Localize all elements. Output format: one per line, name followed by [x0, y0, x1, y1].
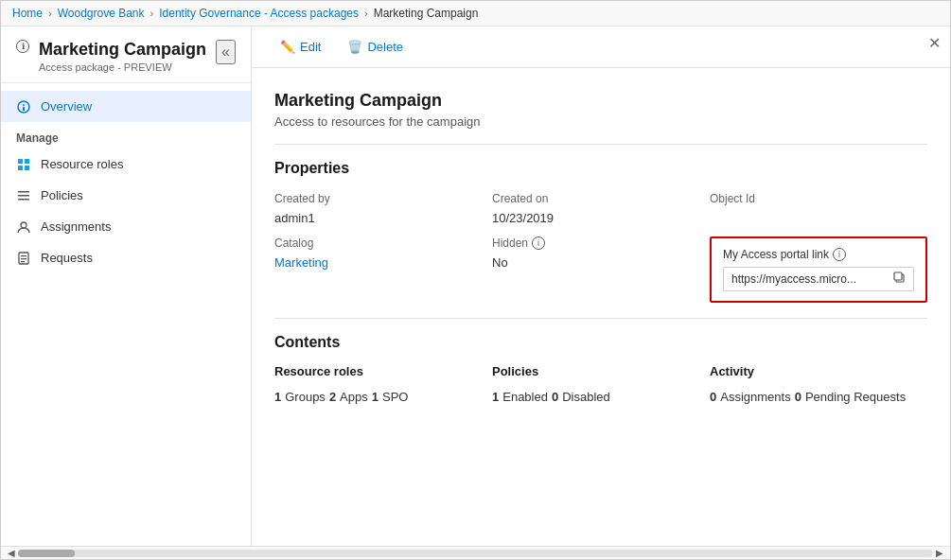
svg-rect-3 — [18, 159, 23, 164]
horizontal-scrollbar[interactable]: ◀ ▶ — [1, 546, 950, 559]
svg-rect-4 — [25, 159, 29, 164]
object-id-label: Object Id — [710, 192, 927, 205]
scroll-left-arrow[interactable]: ◀ — [5, 548, 18, 558]
resource-roles-values: 1 Groups 2 Apps 1 SPO — [274, 390, 492, 404]
sidebar-item-resource-roles[interactable]: Resource roles — [1, 149, 251, 180]
sidebar-item-overview[interactable]: Overview — [1, 91, 251, 122]
policies-icon — [16, 189, 31, 202]
contents-heading: Contents — [274, 334, 927, 351]
sidebar-header: ℹ Marketing Campaign Access package - PR… — [1, 26, 251, 83]
prop-object-id: Object Id — [710, 192, 927, 225]
created-by-label: Created by — [274, 192, 492, 205]
apps-count: 2 — [329, 390, 336, 404]
breadcrumb-identity-gov[interactable]: Identity Governance - Access packages — [159, 7, 359, 20]
assignments-label: Assignments — [41, 219, 111, 234]
spo-count: 1 — [372, 390, 379, 404]
properties-heading: Properties — [274, 160, 927, 177]
scrollbar-track — [18, 550, 933, 557]
catalog-value[interactable]: Marketing — [274, 255, 492, 270]
groups-label: Groups — [285, 390, 326, 404]
breadcrumb-home[interactable]: Home — [12, 7, 43, 20]
contents-activity: Activity 0 Assignments 0 Pending Request… — [710, 364, 927, 404]
hidden-info-icon[interactable]: i — [532, 236, 545, 250]
svg-rect-8 — [18, 195, 29, 197]
edit-label: Edit — [300, 40, 321, 54]
prop-created-on: Created on 10/23/2019 — [492, 192, 710, 225]
assignments-icon — [16, 220, 31, 234]
breadcrumb-sep-1: › — [48, 8, 52, 19]
sidebar: ℹ Marketing Campaign Access package - PR… — [1, 26, 252, 546]
contents-policies: Policies 1 Enabled 0 Disabled — [492, 364, 710, 404]
svg-rect-13 — [21, 258, 26, 259]
assignments-label: Assignments — [720, 390, 790, 404]
pending-count: 0 — [795, 390, 801, 404]
page-description: Access to resources for the campaign — [274, 114, 927, 129]
svg-rect-14 — [21, 261, 25, 262]
edit-icon: ✏️ — [280, 40, 295, 54]
svg-rect-12 — [21, 255, 26, 256]
edit-button[interactable]: ✏️ Edit — [274, 36, 326, 58]
created-on-label: Created on — [492, 192, 710, 205]
divider-2 — [274, 318, 927, 319]
properties-row-1: Created by admin1 Created on 10/23/2019 … — [274, 192, 927, 225]
hidden-label: Hidden i — [492, 236, 710, 250]
collapse-sidebar-button[interactable]: « — [216, 40, 236, 64]
svg-point-1 — [23, 104, 25, 106]
svg-point-10 — [21, 222, 26, 228]
groups-count: 1 — [274, 390, 281, 404]
delete-icon: 🗑️ — [347, 40, 362, 54]
portal-link-info-icon[interactable]: i — [833, 248, 846, 261]
portal-link-label-text: My Access portal link — [723, 248, 829, 261]
svg-rect-9 — [18, 199, 29, 201]
content-toolbar: ✏️ Edit 🗑️ Delete — [252, 26, 950, 68]
portal-link-input: https://myaccess.micro... — [723, 267, 914, 291]
delete-button[interactable]: 🗑️ Delete — [342, 36, 409, 58]
portal-link-url: https://myaccess.micro... — [731, 272, 888, 286]
hidden-value: No — [492, 255, 710, 270]
disabled-label: Disabled — [562, 390, 610, 404]
resource-roles-label: Resource roles — [41, 157, 123, 171]
sidebar-item-assignments[interactable]: Assignments — [1, 211, 251, 242]
overview-label: Overview — [41, 99, 92, 114]
assignments-count: 0 — [710, 390, 716, 404]
sidebar-item-policies[interactable]: Policies — [1, 180, 251, 211]
enabled-label: Enabled — [502, 390, 548, 404]
created-by-value: admin1 — [274, 211, 492, 225]
resource-roles-title: Resource roles — [274, 364, 492, 378]
pending-label: Pending Requests — [805, 390, 906, 404]
scroll-right-arrow[interactable]: ▶ — [933, 548, 946, 558]
content-area: ✏️ Edit 🗑️ Delete Marketing Campaign Acc… — [252, 26, 950, 546]
breadcrumb: Home › Woodgrove Bank › Identity Governa… — [1, 1, 950, 26]
scrollbar-thumb[interactable] — [18, 550, 75, 557]
svg-rect-7 — [18, 191, 29, 193]
hidden-label-text: Hidden — [492, 236, 528, 250]
manage-section-label: Manage — [1, 122, 251, 149]
sidebar-title: Marketing Campaign — [39, 40, 206, 60]
apps-label: Apps — [340, 390, 368, 404]
overview-icon — [16, 100, 31, 114]
contents-resource-roles: Resource roles 1 Groups 2 Apps 1 SPO — [274, 364, 492, 404]
svg-rect-16 — [894, 272, 902, 280]
content-body: Marketing Campaign Access to resources f… — [252, 68, 950, 427]
portal-link-label: My Access portal link i — [723, 248, 914, 261]
policies-label: Policies — [41, 188, 83, 202]
spo-label: SPO — [382, 390, 408, 404]
created-on-value: 10/23/2019 — [492, 211, 710, 225]
properties-row-2: Catalog Marketing Hidden i No My A — [274, 236, 927, 303]
breadcrumb-woodgrove[interactable]: Woodgrove Bank — [58, 7, 145, 20]
prop-portal-link: My Access portal link i https://myaccess… — [710, 236, 927, 303]
activity-title: Activity — [710, 364, 927, 378]
activity-values: 0 Assignments 0 Pending Requests — [710, 390, 927, 404]
sidebar-item-requests[interactable]: Requests — [1, 242, 251, 273]
close-button[interactable]: ✕ — [928, 36, 941, 51]
sidebar-nav: Overview Manage Resource roles — [1, 83, 251, 546]
disabled-count: 0 — [552, 390, 558, 404]
svg-rect-2 — [23, 107, 25, 111]
svg-rect-6 — [25, 166, 29, 170]
policies-title: Policies — [492, 364, 710, 378]
package-info-icon[interactable]: ℹ — [16, 40, 29, 53]
enabled-count: 1 — [492, 390, 499, 404]
prop-catalog: Catalog Marketing — [274, 236, 492, 303]
page-title: Marketing Campaign — [274, 91, 927, 111]
copy-link-icon[interactable] — [893, 271, 906, 287]
